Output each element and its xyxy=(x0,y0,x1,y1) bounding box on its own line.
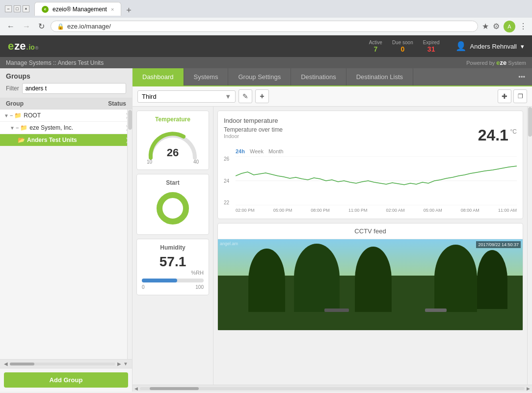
tab-systems[interactable]: Systems xyxy=(184,68,229,85)
expand-icon: ▼ xyxy=(4,113,9,118)
fullscreen-button[interactable]: ❐ xyxy=(513,89,527,103)
stat-active: Active 7 xyxy=(369,40,382,53)
logo-dot: . xyxy=(27,43,28,51)
start-donut xyxy=(142,191,204,225)
tab-more[interactable]: ••• xyxy=(511,68,532,85)
active-tab[interactable]: e ezeio® Management × xyxy=(34,2,121,16)
tab-close-icon[interactable]: × xyxy=(111,6,114,12)
gauge-svg: 26 xyxy=(143,126,202,163)
x-label-5: 05:00 AM xyxy=(424,208,442,213)
chart-y-labels: 26 24 22 xyxy=(224,156,234,205)
gauge-max: 40 xyxy=(193,159,199,165)
tree-scrollbar[interactable] xyxy=(127,110,132,359)
dropdown-chevron-icon: ▼ xyxy=(225,93,231,100)
forward-btn[interactable]: → xyxy=(21,21,32,32)
scroll-down-icon[interactable]: ▼ xyxy=(123,361,128,366)
left-widgets-panel: Temperature 26 10 40 xyxy=(133,107,213,385)
stat-expired-label: Expired xyxy=(423,40,440,45)
stat-due-soon-label: Due soon xyxy=(392,40,413,45)
chart-area: 26 24 22 xyxy=(224,156,517,207)
tree-item[interactable]: ▼ − 📁 eze System, Inc. 〉 xyxy=(0,122,132,134)
temperature-title: Temperature xyxy=(142,116,204,123)
menu-btn[interactable]: ⋮ xyxy=(519,22,527,31)
tab-dashboard[interactable]: Dashboard xyxy=(133,68,184,85)
humidity-title: Humidity xyxy=(142,244,204,251)
minimize-btn[interactable]: − xyxy=(5,5,12,12)
start-widget: Start xyxy=(136,174,209,235)
gauge-min: 10 xyxy=(147,159,152,165)
chart-current-value: 24.1 xyxy=(478,126,508,144)
svg-point-2 xyxy=(164,200,181,217)
sidebar-header: Groups Filter xyxy=(0,68,132,98)
url-box[interactable]: 🔒 eze.io/manage/ xyxy=(51,21,478,32)
tree-item-label: Anders Test Units xyxy=(27,137,126,143)
scroll-right-icon[interactable]: ▶ xyxy=(117,361,121,366)
tab-group-settings-label: Group Settings xyxy=(238,73,281,81)
close-window-btn[interactable]: × xyxy=(23,5,29,12)
tab-systems-label: Systems xyxy=(194,73,218,81)
chart-plot xyxy=(236,156,517,207)
user-avatar-browser[interactable]: A xyxy=(504,21,515,32)
period-week[interactable]: Week xyxy=(250,148,264,154)
minus-icon: − xyxy=(10,112,13,118)
powered-by-label: Powered by xyxy=(466,60,495,66)
powered-by: Powered by eze System xyxy=(466,59,526,66)
tree-item-selected[interactable]: 📂 Anders Test Units 〉 xyxy=(0,134,132,146)
add-panel-button[interactable]: ✚ xyxy=(498,89,511,103)
tree-item-label: eze System, Inc. xyxy=(29,124,126,131)
add-group-button[interactable]: Add Group xyxy=(4,372,128,388)
tab-destination-lists[interactable]: Destination Lists xyxy=(346,68,413,85)
tab-group-settings[interactable]: Group Settings xyxy=(228,68,291,85)
cctv-title: CCTV feed xyxy=(218,224,523,239)
back-btn[interactable]: ← xyxy=(5,21,17,32)
x-label-7: 11:00 AM xyxy=(498,208,517,213)
tree-header: Group Status xyxy=(0,98,132,110)
humidity-bar-bg xyxy=(142,279,204,282)
stat-expired: Expired 31 xyxy=(423,40,440,53)
sidebar-title: Groups xyxy=(6,72,126,80)
stat-active-value: 7 xyxy=(369,45,382,53)
humidity-min: 0 xyxy=(142,284,145,290)
h-scroll-track[interactable] xyxy=(10,363,115,365)
period-month[interactable]: Month xyxy=(268,148,284,154)
y-label-24: 24 xyxy=(224,178,234,184)
scroll-left-icon[interactable]: ◀ xyxy=(4,361,8,366)
logo-e: e xyxy=(8,40,14,53)
maximize-btn[interactable]: □ xyxy=(14,5,21,12)
filter-input[interactable] xyxy=(22,83,126,94)
h-scrollbar-track[interactable] xyxy=(140,387,525,390)
group-selector[interactable]: Third ▼ xyxy=(137,90,236,103)
sidebar: Groups Filter Group Status ▼ − 📁 ROOT 〉 … xyxy=(0,68,133,392)
temperature-widget: Temperature 26 10 40 xyxy=(136,111,209,170)
chart-current-value-area: 24.1 °C xyxy=(478,126,517,144)
stat-due-soon-value: 0 xyxy=(392,45,413,53)
reload-btn[interactable]: ↻ xyxy=(36,21,47,32)
chart-subtitle-main: Temperature over time xyxy=(224,126,283,133)
indoor-temp-chart: Indoor temperature Temperature over time… xyxy=(217,111,523,219)
tree-item[interactable]: ▼ − 📁 ROOT 〉 xyxy=(0,110,132,122)
url-text: eze.io/manage/ xyxy=(67,23,111,30)
h-scrollbar-thumb xyxy=(150,387,199,390)
new-tab-btn[interactable]: + xyxy=(122,5,135,16)
minus-icon: − xyxy=(16,125,19,131)
edit-group-button[interactable]: ✎ xyxy=(239,89,252,103)
humidity-widget: Humidity 57.1 %RH 0 100 xyxy=(136,239,209,295)
content-area: Dashboard Systems Group Settings Destina… xyxy=(133,68,532,392)
humidity-max: 100 xyxy=(195,284,204,290)
toolbar-right: ✚ ❐ xyxy=(498,89,527,103)
window-controls: − □ × xyxy=(5,5,29,12)
chart-header-row: Indoor temperature xyxy=(224,117,517,124)
breadcrumb-bar: Manage Systems :: Anders Test Units Powe… xyxy=(0,57,532,68)
bookmark-btn[interactable]: ★ xyxy=(482,22,489,31)
user-menu[interactable]: 👤 Anders Rehnvall ▾ xyxy=(455,41,524,52)
tab-destinations[interactable]: Destinations xyxy=(291,68,346,85)
period-24h[interactable]: 24h xyxy=(236,148,245,154)
add-widget-button[interactable]: + xyxy=(255,89,269,103)
x-label-6: 08:00 AM xyxy=(461,208,479,213)
temperature-gauge: 26 10 40 xyxy=(142,126,204,165)
folder-icon: 📁 xyxy=(20,124,27,131)
h-scroll-right-icon[interactable]: ▶ xyxy=(527,386,530,391)
h-scroll-left-icon[interactable]: ◀ xyxy=(134,386,138,391)
extensions-btn[interactable]: ⚙ xyxy=(493,22,500,31)
right-scrollbar[interactable] xyxy=(527,107,532,385)
